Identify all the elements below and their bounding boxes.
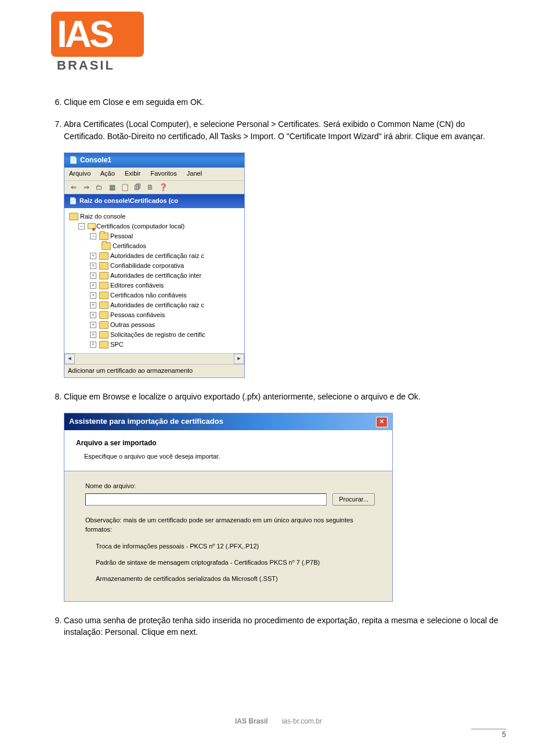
back-icon[interactable]: ⇐ — [69, 183, 78, 192]
console-root-icon: 📄 — [69, 197, 77, 206]
scroll-left-icon[interactable]: ◄ — [64, 354, 75, 364]
expand-icon[interactable]: + — [90, 302, 96, 308]
wizard-body: Nome do arquivo: Procurar... Observação:… — [64, 471, 392, 601]
step-9: Caso uma senha de proteção tenha sido in… — [64, 615, 506, 638]
mmc-toolbar: ⇐ ⇒ 🗀 ▦ 📋 🗐 🗎 ❓ — [64, 181, 244, 194]
browse-button[interactable]: Procurar... — [332, 493, 375, 506]
menu-arquivo[interactable]: Arquivo — [69, 170, 91, 177]
wizard-title-text: Assistente para importação de certificad… — [69, 416, 223, 427]
mmc-statusbar: Adicionar um certificado ao armazenament… — [64, 364, 244, 377]
tree-item[interactable]: +Pessoas confiáveis — [67, 310, 242, 320]
expand-icon[interactable]: + — [90, 263, 96, 269]
page-footer: IAS Brasil ias-br.com.br 5 — [51, 717, 506, 739]
folder-icon — [99, 311, 108, 319]
step-8: Clique em Browse e localize o arquivo ex… — [64, 391, 506, 402]
tree-item[interactable]: +Autoridades de certificação inter — [67, 271, 242, 281]
collapse-icon[interactable]: − — [90, 233, 96, 239]
folder-icon — [99, 301, 108, 309]
tree-pessoal-sub[interactable]: Certificados — [67, 241, 242, 251]
format-pkcs7: Padrão de sintaxe de mensagem criptograf… — [96, 558, 375, 568]
up-icon[interactable]: 🗀 — [95, 183, 104, 192]
mmc-titlebar: 📄 Console1 — [64, 153, 244, 168]
expand-icon[interactable]: + — [90, 332, 96, 338]
expand-icon[interactable]: + — [90, 341, 96, 348]
folder-icon — [99, 272, 108, 279]
instruction-list-2: Clique em Browse e localize o arquivo ex… — [51, 391, 506, 402]
format-pkcs12: Troca de informações pessoais - PKCS nº … — [96, 542, 375, 551]
wizard-header: Arquivo a ser importado Especifique o ar… — [64, 430, 392, 471]
folder-icon — [69, 213, 78, 220]
expand-icon[interactable]: + — [90, 312, 96, 318]
mmc-hscroll[interactable]: ◄ ► — [64, 353, 244, 364]
tree-item[interactable]: +Autoridades de certificação raiz c — [67, 300, 242, 310]
tree-item[interactable]: +SPC — [67, 340, 242, 350]
folder-icon — [99, 262, 108, 270]
expand-icon[interactable]: + — [90, 253, 96, 259]
tree-item[interactable]: +Autoridades de certificação raiz c — [67, 251, 242, 261]
instruction-list-3: Caso uma senha de proteção tenha sido in… — [51, 615, 506, 638]
format-sst: Armazenamento de certificados serializad… — [96, 575, 375, 584]
console-icon: 📄 — [69, 155, 78, 165]
folder-open-icon — [102, 242, 111, 250]
copy-icon[interactable]: 📋 — [120, 183, 129, 192]
tree-item[interactable]: +Editores confiáveis — [67, 281, 242, 290]
tree-item[interactable]: +Solicitações de registro de certific — [67, 330, 242, 340]
instruction-list: Clique em Close e em seguida em OK. Abra… — [51, 96, 506, 142]
folder-icon — [99, 341, 108, 348]
help-icon[interactable]: ❓ — [158, 183, 168, 192]
collapse-icon[interactable]: − — [78, 223, 85, 230]
folder-icon — [99, 282, 108, 289]
cert-icon — [88, 223, 95, 230]
wizard-note: Observação: mais de um certificado pode … — [85, 516, 375, 534]
tree-pessoal[interactable]: −Pessoal — [67, 231, 242, 241]
file-label: Nome do arquivo: — [85, 482, 375, 491]
folder-icon — [99, 321, 108, 329]
expand-icon[interactable]: + — [90, 322, 96, 328]
tree-certs[interactable]: −Certificados (computador local) — [67, 221, 242, 231]
scroll-right-icon[interactable]: ► — [234, 354, 244, 364]
logo-main: IAS — [57, 13, 112, 56]
file-input[interactable] — [85, 493, 327, 506]
mmc-path-text: Raiz do console\Certificados (co — [79, 197, 178, 206]
expand-icon[interactable]: + — [90, 282, 96, 289]
wizard-titlebar: Assistente para importação de certificad… — [64, 413, 392, 430]
export-icon[interactable]: 🗎 — [146, 183, 155, 192]
mmc-console-screenshot: 📄 Console1 Arquivo Ação Exibir Favoritos… — [64, 152, 245, 378]
properties-icon[interactable]: ▦ — [107, 183, 117, 192]
mmc-path-bar: 📄 Raiz do console\Certificados (co — [64, 194, 244, 208]
expand-icon[interactable]: + — [90, 292, 96, 299]
wizard-subheading: Especifique o arquivo que você deseja im… — [84, 452, 381, 461]
tree-root[interactable]: Raiz do console — [67, 212, 242, 221]
expand-icon[interactable]: + — [90, 272, 96, 279]
footer-url: ias-br.com.br — [282, 717, 322, 725]
menu-acao[interactable]: Ação — [100, 170, 115, 177]
menu-exibir[interactable]: Exibir — [125, 170, 141, 177]
mmc-title-text: Console1 — [80, 155, 111, 165]
folder-icon — [99, 252, 108, 260]
tree-item[interactable]: +Outras pessoas — [67, 320, 242, 330]
forward-icon[interactable]: ⇒ — [82, 183, 91, 192]
refresh-icon[interactable]: 🗐 — [133, 183, 142, 192]
mmc-menubar: Arquivo Ação Exibir Favoritos Janel — [64, 168, 244, 181]
folder-open-icon — [99, 232, 108, 240]
folder-icon — [99, 292, 108, 299]
close-icon[interactable]: × — [376, 417, 388, 427]
tree-item[interactable]: +Certificados não confiáveis — [67, 290, 242, 300]
footer-brand: IAS Brasil — [235, 717, 268, 725]
step-6: Clique em Close e em seguida em OK. — [64, 96, 506, 108]
logo: IAS BRASIL — [51, 12, 144, 73]
tree-item[interactable]: +Confiabilidade corporativa — [67, 261, 242, 271]
logo-sub: BRASIL — [57, 58, 144, 73]
step-7: Abra Certificates (Local Computer), e se… — [64, 118, 506, 142]
wizard-heading: Arquivo a ser importado — [76, 438, 381, 448]
page-number: 5 — [471, 729, 506, 739]
wizard-screenshot: Assistente para importação de certificad… — [64, 413, 393, 602]
menu-favoritos[interactable]: Favoritos — [150, 170, 176, 177]
folder-icon — [99, 331, 108, 339]
mmc-tree: Raiz do console −Certificados (computado… — [64, 208, 244, 353]
menu-janela[interactable]: Janel — [187, 170, 202, 177]
